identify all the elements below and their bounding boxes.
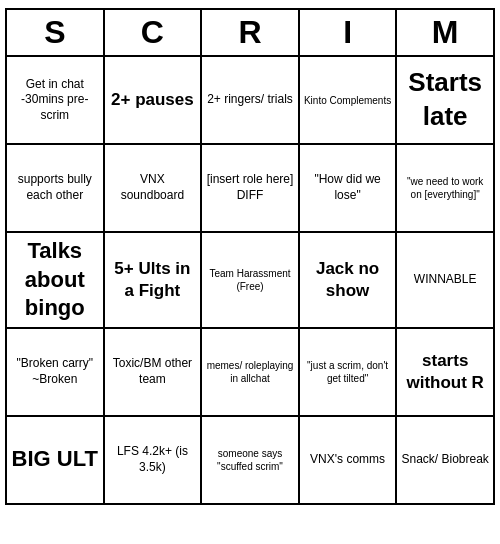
- cell-r1-c1: VNX soundboard: [105, 145, 203, 233]
- cell-r2-c3: Jack no show: [300, 233, 398, 329]
- cell-r4-c3: VNX's comms: [300, 417, 398, 505]
- cell-r2-c2: Team Harassment (Free): [202, 233, 300, 329]
- cell-r3-c2: memes/ roleplaying in allchat: [202, 329, 300, 417]
- cell-r0-c1: 2+ pauses: [105, 57, 203, 145]
- cell-r2-c1: 5+ Ults in a Fight: [105, 233, 203, 329]
- bingo-board: SCRIM Get in chat -30mins pre-scrim2+ pa…: [5, 8, 495, 505]
- cell-r1-c3: "How did we lose": [300, 145, 398, 233]
- cell-r1-c2: [insert role here] DIFF: [202, 145, 300, 233]
- cell-r1-c4: "we need to work on [everything]": [397, 145, 495, 233]
- cell-r4-c0: BIG ULT: [7, 417, 105, 505]
- cell-r0-c3: Kinto Complements: [300, 57, 398, 145]
- cell-r3-c0: "Broken carry" ~Broken: [7, 329, 105, 417]
- cell-r0-c4: Starts late: [397, 57, 495, 145]
- header-cell-r: R: [202, 10, 300, 57]
- cell-r3-c1: Toxic/BM other team: [105, 329, 203, 417]
- cell-r4-c2: someone says "scuffed scrim": [202, 417, 300, 505]
- header-cell-i: I: [300, 10, 398, 57]
- bingo-grid: Get in chat -30mins pre-scrim2+ pauses2+…: [5, 57, 495, 505]
- cell-r4-c4: Snack/ Biobreak: [397, 417, 495, 505]
- cell-r1-c0: supports bully each other: [7, 145, 105, 233]
- header-row: SCRIM: [5, 8, 495, 57]
- header-cell-s: S: [7, 10, 105, 57]
- cell-r2-c0: Talks about bingo: [7, 233, 105, 329]
- cell-r3-c4: starts without R: [397, 329, 495, 417]
- cell-r4-c1: LFS 4.2k+ (is 3.5k): [105, 417, 203, 505]
- cell-r0-c2: 2+ ringers/ trials: [202, 57, 300, 145]
- header-cell-c: C: [105, 10, 203, 57]
- cell-r2-c4: WINNABLE: [397, 233, 495, 329]
- header-cell-m: M: [397, 10, 495, 57]
- cell-r0-c0: Get in chat -30mins pre-scrim: [7, 57, 105, 145]
- cell-r3-c3: "just a scrim, don't get tilted": [300, 329, 398, 417]
